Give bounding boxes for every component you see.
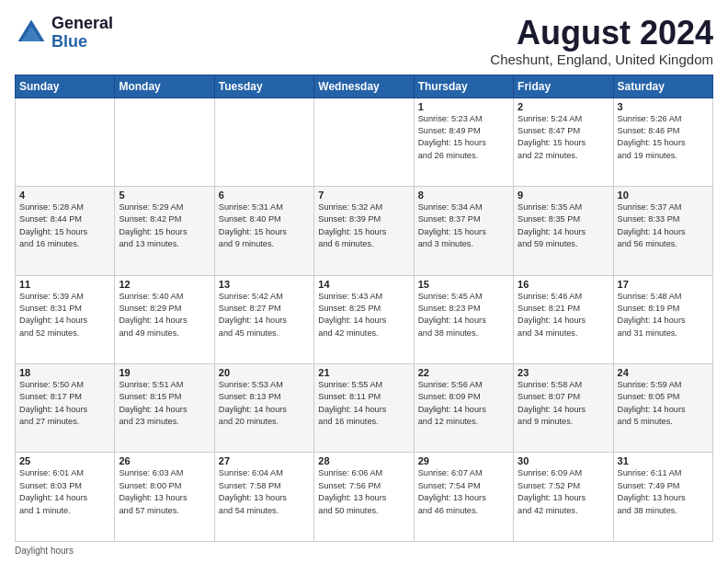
day-info: Sunrise: 5:46 AM Sunset: 8:21 PM Dayligh…	[518, 291, 609, 339]
calendar-day-19: 19Sunrise: 5:51 AM Sunset: 8:15 PM Dayli…	[115, 364, 214, 453]
day-info: Sunrise: 5:31 AM Sunset: 8:40 PM Dayligh…	[219, 201, 310, 250]
calendar-header-friday: Friday	[514, 75, 613, 98]
calendar-header-sunday: Sunday	[16, 75, 115, 98]
day-info: Sunrise: 5:39 AM Sunset: 8:31 PM Dayligh…	[19, 291, 110, 339]
day-number: 9	[518, 190, 609, 201]
calendar-header-saturday: Saturday	[613, 75, 712, 98]
day-number: 23	[518, 367, 609, 378]
day-info: Sunrise: 5:58 AM Sunset: 8:07 PM Dayligh…	[518, 379, 609, 428]
day-info: Sunrise: 5:26 AM Sunset: 8:46 PM Dayligh…	[618, 113, 709, 162]
day-number: 20	[219, 367, 310, 378]
page: General Blue August 2024 Cheshunt, Engla…	[0, 0, 728, 563]
calendar-day-16: 16Sunrise: 5:46 AM Sunset: 8:21 PM Dayli…	[514, 275, 613, 363]
day-number: 31	[618, 455, 709, 466]
day-number: 2	[518, 101, 609, 112]
calendar-day-9: 9Sunrise: 5:35 AM Sunset: 8:35 PM Daylig…	[514, 187, 613, 275]
day-number: 24	[618, 367, 709, 378]
day-info: Sunrise: 5:24 AM Sunset: 8:47 PM Dayligh…	[518, 113, 609, 162]
calendar-day-27: 27Sunrise: 6:04 AM Sunset: 7:58 PM Dayli…	[214, 453, 313, 542]
calendar-day-25: 25Sunrise: 6:01 AM Sunset: 8:03 PM Dayli…	[16, 453, 115, 542]
day-info: Sunrise: 5:35 AM Sunset: 8:35 PM Dayligh…	[518, 201, 609, 250]
day-number: 8	[418, 190, 509, 201]
calendar-day-11: 11Sunrise: 5:39 AM Sunset: 8:31 PM Dayli…	[16, 275, 115, 363]
day-number: 1	[418, 101, 509, 112]
calendar-empty-cell	[16, 98, 115, 186]
calendar-day-26: 26Sunrise: 6:03 AM Sunset: 8:00 PM Dayli…	[115, 453, 214, 542]
header: General Blue August 2024 Cheshunt, Engla…	[15, 15, 713, 67]
logo: General Blue	[15, 15, 113, 52]
calendar-day-17: 17Sunrise: 5:48 AM Sunset: 8:19 PM Dayli…	[613, 275, 712, 363]
day-info: Sunrise: 6:04 AM Sunset: 7:58 PM Dayligh…	[219, 467, 310, 516]
daylight-note-text: Daylight hours	[15, 546, 74, 556]
day-info: Sunrise: 6:09 AM Sunset: 7:52 PM Dayligh…	[518, 467, 609, 516]
day-number: 12	[119, 279, 210, 290]
day-info: Sunrise: 5:50 AM Sunset: 8:17 PM Dayligh…	[19, 379, 110, 428]
calendar-week-row: 11Sunrise: 5:39 AM Sunset: 8:31 PM Dayli…	[16, 275, 713, 363]
day-info: Sunrise: 5:48 AM Sunset: 8:19 PM Dayligh…	[618, 291, 709, 339]
calendar-day-2: 2Sunrise: 5:24 AM Sunset: 8:47 PM Daylig…	[514, 98, 613, 186]
calendar-day-5: 5Sunrise: 5:29 AM Sunset: 8:42 PM Daylig…	[115, 187, 214, 275]
day-info: Sunrise: 5:37 AM Sunset: 8:33 PM Dayligh…	[618, 201, 709, 250]
day-number: 19	[119, 367, 210, 378]
day-number: 22	[418, 367, 509, 378]
calendar-day-1: 1Sunrise: 5:23 AM Sunset: 8:49 PM Daylig…	[414, 98, 513, 186]
calendar-header-tuesday: Tuesday	[214, 75, 313, 98]
day-info: Sunrise: 6:03 AM Sunset: 8:00 PM Dayligh…	[119, 467, 210, 516]
day-info: Sunrise: 5:23 AM Sunset: 8:49 PM Dayligh…	[418, 113, 509, 162]
day-number: 10	[618, 190, 709, 201]
logo-icon	[15, 17, 48, 50]
day-info: Sunrise: 5:51 AM Sunset: 8:15 PM Dayligh…	[119, 379, 210, 428]
calendar-day-10: 10Sunrise: 5:37 AM Sunset: 8:33 PM Dayli…	[613, 187, 712, 275]
day-info: Sunrise: 5:55 AM Sunset: 8:11 PM Dayligh…	[318, 379, 409, 428]
day-info: Sunrise: 5:32 AM Sunset: 8:39 PM Dayligh…	[318, 201, 409, 250]
day-number: 17	[618, 279, 709, 290]
calendar-day-7: 7Sunrise: 5:32 AM Sunset: 8:39 PM Daylig…	[314, 187, 414, 275]
day-number: 3	[618, 101, 709, 112]
day-number: 16	[518, 279, 609, 290]
calendar-week-row: 1Sunrise: 5:23 AM Sunset: 8:49 PM Daylig…	[16, 98, 713, 186]
calendar-header-wednesday: Wednesday	[314, 75, 414, 98]
day-info: Sunrise: 5:28 AM Sunset: 8:44 PM Dayligh…	[19, 201, 110, 250]
calendar-day-28: 28Sunrise: 6:06 AM Sunset: 7:56 PM Dayli…	[314, 453, 414, 542]
calendar-day-6: 6Sunrise: 5:31 AM Sunset: 8:40 PM Daylig…	[214, 187, 313, 275]
main-title: August 2024	[490, 15, 713, 52]
day-number: 7	[318, 190, 409, 201]
calendar-header-row: SundayMondayTuesdayWednesdayThursdayFrid…	[16, 75, 713, 98]
day-number: 18	[19, 367, 110, 378]
calendar-day-30: 30Sunrise: 6:09 AM Sunset: 7:52 PM Dayli…	[514, 453, 613, 542]
day-number: 4	[19, 190, 110, 201]
day-number: 6	[219, 190, 310, 201]
calendar-day-29: 29Sunrise: 6:07 AM Sunset: 7:54 PM Dayli…	[414, 453, 513, 542]
calendar-empty-cell	[115, 98, 214, 186]
day-info: Sunrise: 5:34 AM Sunset: 8:37 PM Dayligh…	[418, 201, 509, 250]
day-number: 29	[418, 455, 509, 466]
calendar-day-18: 18Sunrise: 5:50 AM Sunset: 8:17 PM Dayli…	[16, 364, 115, 453]
calendar-empty-cell	[214, 98, 313, 186]
calendar-day-22: 22Sunrise: 5:56 AM Sunset: 8:09 PM Dayli…	[414, 364, 513, 453]
calendar-table: SundayMondayTuesdayWednesdayThursdayFrid…	[15, 75, 713, 542]
day-info: Sunrise: 5:45 AM Sunset: 8:23 PM Dayligh…	[418, 291, 509, 339]
subtitle: Cheshunt, England, United Kingdom	[490, 52, 713, 67]
calendar-day-21: 21Sunrise: 5:55 AM Sunset: 8:11 PM Dayli…	[314, 364, 414, 453]
calendar-day-12: 12Sunrise: 5:40 AM Sunset: 8:29 PM Dayli…	[115, 275, 214, 363]
day-number: 15	[418, 279, 509, 290]
day-number: 30	[518, 455, 609, 466]
calendar-day-8: 8Sunrise: 5:34 AM Sunset: 8:37 PM Daylig…	[414, 187, 513, 275]
day-number: 5	[119, 190, 210, 201]
calendar-day-31: 31Sunrise: 6:11 AM Sunset: 7:49 PM Dayli…	[613, 453, 712, 542]
calendar-day-14: 14Sunrise: 5:43 AM Sunset: 8:25 PM Dayli…	[314, 275, 414, 363]
calendar-week-row: 25Sunrise: 6:01 AM Sunset: 8:03 PM Dayli…	[16, 453, 713, 542]
day-info: Sunrise: 6:01 AM Sunset: 8:03 PM Dayligh…	[19, 467, 110, 516]
day-info: Sunrise: 5:56 AM Sunset: 8:09 PM Dayligh…	[418, 379, 509, 428]
title-block: August 2024 Cheshunt, England, United Ki…	[490, 15, 713, 67]
day-info: Sunrise: 5:40 AM Sunset: 8:29 PM Dayligh…	[119, 291, 210, 339]
day-number: 26	[119, 455, 210, 466]
calendar-day-13: 13Sunrise: 5:42 AM Sunset: 8:27 PM Dayli…	[214, 275, 313, 363]
day-info: Sunrise: 6:07 AM Sunset: 7:54 PM Dayligh…	[418, 467, 509, 516]
calendar-week-row: 18Sunrise: 5:50 AM Sunset: 8:17 PM Dayli…	[16, 364, 713, 453]
footer-note: Daylight hours	[15, 546, 713, 556]
calendar-day-3: 3Sunrise: 5:26 AM Sunset: 8:46 PM Daylig…	[613, 98, 712, 186]
day-info: Sunrise: 5:29 AM Sunset: 8:42 PM Dayligh…	[119, 201, 210, 250]
calendar-day-15: 15Sunrise: 5:45 AM Sunset: 8:23 PM Dayli…	[414, 275, 513, 363]
calendar-day-24: 24Sunrise: 5:59 AM Sunset: 8:05 PM Dayli…	[613, 364, 712, 453]
